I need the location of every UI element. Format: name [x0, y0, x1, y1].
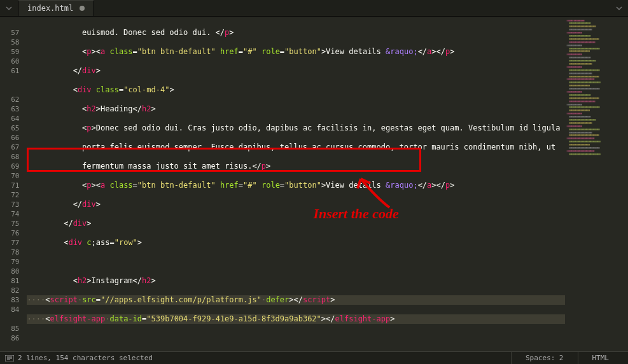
status-selection: 2 lines, 154 characters selected: [18, 354, 153, 362]
tab-bar: index.html: [0, 0, 628, 17]
tab-dirty-icon: [80, 6, 85, 11]
tab-dropdown-right[interactable]: [610, 0, 628, 16]
status-syntax[interactable]: HTML: [578, 352, 624, 364]
tab-dropdown-left[interactable]: [0, 0, 18, 16]
tab-index-html[interactable]: index.html: [18, 0, 94, 16]
minimap[interactable]: █ ██████ ██████████████ ████████████████…: [565, 17, 628, 351]
workspace: 5758596061626364656667686970717273747576…: [0, 17, 628, 351]
status-bar: 2 lines, 154 characters selected Spaces:…: [0, 351, 628, 364]
minimap-canvas: █ ██████ ██████████████ ████████████████…: [567, 18, 626, 158]
status-indent[interactable]: Spaces: 2: [511, 352, 578, 364]
selection-icon: [5, 355, 14, 361]
line-number-gutter[interactable]: 5758596061626364656667686970717273747576…: [0, 17, 27, 351]
code-editor[interactable]: euismod. Donec sed odio dui. </p> <p><a …: [27, 17, 564, 351]
tab-filename: index.html: [27, 4, 73, 13]
annotation-text: Insert the code: [313, 209, 398, 218]
chevron-down-icon: [616, 5, 622, 11]
chevron-down-icon: [6, 5, 12, 11]
